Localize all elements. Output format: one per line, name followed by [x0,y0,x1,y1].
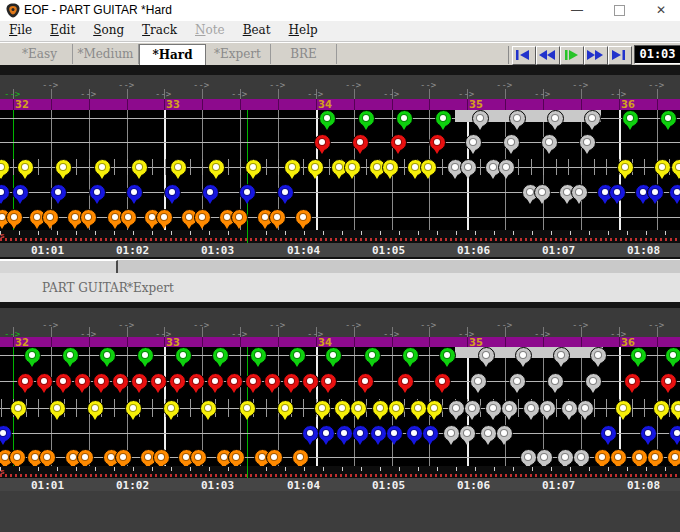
waveform-strip[interactable]: s [0,230,680,243]
green-note[interactable] [665,347,680,364]
seek-scrollbar-thumb[interactable] [0,260,118,274]
seek-scrollbar-track[interactable] [0,259,680,274]
orange-note[interactable] [80,209,97,226]
gray-note[interactable] [501,400,518,417]
red-note[interactable] [17,373,34,390]
green-note[interactable] [62,347,79,364]
yellow-note[interactable] [382,159,399,176]
green-note[interactable] [137,347,154,364]
green-note[interactable] [358,110,375,127]
blue-note[interactable] [0,184,10,201]
red-note[interactable] [169,373,186,390]
yellow-note[interactable] [372,400,389,417]
gray-note[interactable] [464,400,481,417]
gray-note[interactable] [536,449,553,466]
orange-note[interactable] [42,209,59,226]
red-note[interactable] [320,373,337,390]
gray-note[interactable] [503,134,520,151]
green-note[interactable] [24,347,41,364]
menu-track[interactable]: Track [133,21,186,37]
red-note[interactable] [55,373,72,390]
green-note[interactable] [660,110,677,127]
orange-note[interactable] [156,209,173,226]
red-note[interactable] [429,134,446,151]
blue-note[interactable] [0,425,12,442]
yellow-note[interactable] [314,400,331,417]
blue-note[interactable] [422,425,439,442]
go-to-end-button[interactable] [608,46,632,65]
gray-note[interactable] [485,400,502,417]
orange-note[interactable] [9,449,26,466]
yellow-note[interactable] [163,400,180,417]
blue-note[interactable] [50,184,67,201]
green-note[interactable] [396,110,413,127]
yellow-note[interactable] [654,159,671,176]
gray-note[interactable] [539,400,556,417]
orange-note[interactable] [39,449,56,466]
red-note[interactable] [624,373,641,390]
green-note[interactable] [435,110,452,127]
gray-note[interactable] [590,347,607,364]
orange-note[interactable] [594,449,611,466]
red-note[interactable] [314,134,331,151]
yellow-note[interactable] [617,159,634,176]
red-note[interactable] [188,373,205,390]
gray-note[interactable] [498,159,515,176]
menu-help[interactable]: Help [280,21,327,37]
yellow-note[interactable] [245,159,262,176]
gray-note[interactable] [547,110,564,127]
gray-note[interactable] [534,184,551,201]
blue-note[interactable] [89,184,106,201]
blue-note[interactable] [336,425,353,442]
yellow-note[interactable] [410,400,427,417]
red-note[interactable] [357,373,374,390]
yellow-note[interactable] [200,400,217,417]
green-note[interactable] [99,347,116,364]
minimize-button[interactable]: — [558,0,596,21]
green-note[interactable] [439,347,456,364]
orange-note[interactable] [667,449,680,466]
yellow-note[interactable] [125,400,142,417]
green-note[interactable] [402,347,419,364]
rewind-button[interactable] [536,46,560,65]
yellow-note[interactable] [307,159,324,176]
orange-note[interactable] [115,449,132,466]
gray-note[interactable] [571,184,588,201]
red-note[interactable] [150,373,167,390]
orange-note[interactable] [610,449,627,466]
orange-note[interactable] [194,209,211,226]
orange-note[interactable] [6,209,23,226]
orange-note[interactable] [228,449,245,466]
red-note[interactable] [352,134,369,151]
gray-note[interactable] [584,110,601,127]
yellow-note[interactable] [350,400,367,417]
green-note[interactable] [289,347,306,364]
yellow-note[interactable] [87,400,104,417]
red-note[interactable] [434,373,451,390]
red-note[interactable] [226,373,243,390]
yellow-note[interactable] [284,159,301,176]
green-note[interactable] [212,347,229,364]
tab-easy[interactable]: *Easy [7,44,73,64]
tab-hard[interactable]: *Hard [139,44,206,66]
orange-note[interactable] [231,209,248,226]
yellow-note[interactable] [671,159,680,176]
green-note[interactable] [630,347,647,364]
gray-note[interactable] [459,425,476,442]
maximize-button[interactable] [600,0,638,21]
menu-song[interactable]: Song [84,21,133,37]
gray-note[interactable] [579,134,596,151]
gray-note[interactable] [472,110,489,127]
red-note[interactable] [112,373,129,390]
orange-note[interactable] [269,209,286,226]
fast-forward-button[interactable] [584,46,608,65]
orange-note[interactable] [266,449,283,466]
yellow-note[interactable] [131,159,148,176]
menu-edit[interactable]: Edit [41,21,84,37]
tab-bre[interactable]: BRE [271,44,337,64]
yellow-note[interactable] [10,400,27,417]
blue-note[interactable] [609,184,626,201]
gray-note[interactable] [520,449,537,466]
orange-note[interactable] [120,209,137,226]
fretboard[interactable] [0,110,680,230]
